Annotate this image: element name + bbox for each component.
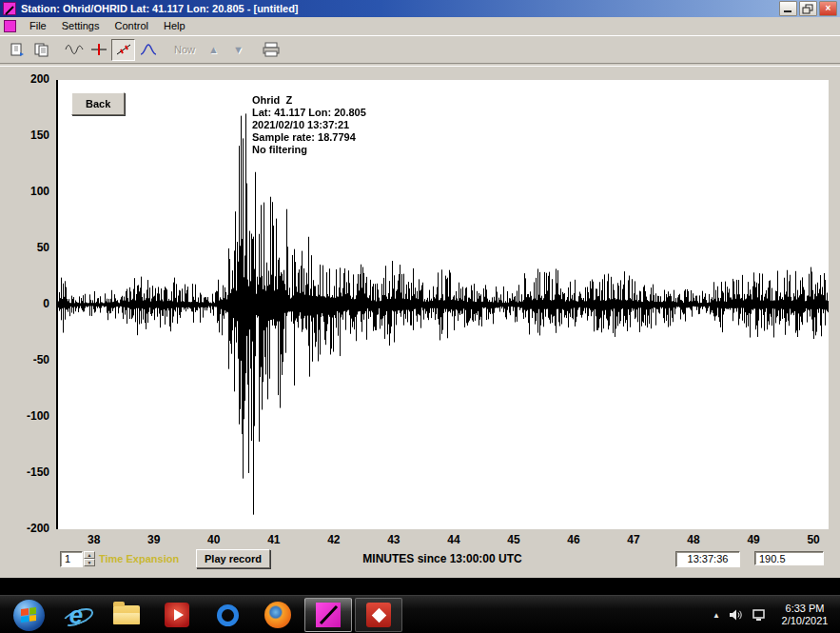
menu-control[interactable]: Control	[107, 17, 155, 35]
x-axis-label: 49	[734, 533, 772, 546]
x-axis-label: 42	[315, 533, 353, 546]
minimize-button[interactable]	[779, 1, 797, 16]
scroll-down-button[interactable]: ▼	[226, 39, 250, 61]
restore-button[interactable]	[799, 1, 817, 16]
menu-file[interactable]: File	[22, 17, 54, 35]
y-axis-label: 0	[6, 297, 49, 310]
taskbar-file-explorer[interactable]	[103, 598, 150, 632]
scroll-up-button[interactable]: ▲	[202, 39, 225, 61]
title-bar: Station: Ohrid/OHRID Lat: 41.117 Lon: 20…	[0, 0, 840, 17]
desktop: Station: Ohrid/OHRID Lat: 41.117 Lon: 20…	[0, 0, 840, 633]
trace-filtering: No filtering	[252, 144, 366, 156]
y-axis-label: -50	[6, 353, 49, 366]
trace-datetime: 2021/02/10 13:37:21	[252, 119, 366, 131]
y-axis-label: 50	[6, 241, 49, 254]
play-record-button[interactable]: Play record	[196, 549, 270, 568]
close-button[interactable]: ×	[819, 1, 837, 16]
open-record-button[interactable]	[5, 39, 29, 61]
x-axis-label: 39	[135, 533, 173, 546]
x-axis-label: 43	[375, 533, 413, 546]
x-axis-label: 48	[674, 533, 713, 546]
show-hidden-icons-button[interactable]: ▲	[713, 611, 720, 620]
menu-help[interactable]: Help	[156, 17, 193, 35]
seismogram-trace[interactable]	[58, 80, 829, 529]
folder-icon	[113, 605, 140, 624]
app-icon[interactable]	[3, 2, 16, 15]
trace-location: Lat: 41.117 Lon: 20.805	[252, 107, 366, 119]
windows-orb-icon	[13, 600, 45, 631]
trace-info: Ohrid Z Lat: 41.117 Lon: 20.805 2021/02/…	[252, 94, 366, 156]
seismogram-plot[interactable]: Ohrid Z Lat: 41.117 Lon: 20.805 2021/02/…	[56, 80, 829, 529]
taskbar: e ▲	[0, 595, 840, 633]
down-arrow-icon: ▼	[233, 44, 244, 55]
menu-bar: File Settings Control Help	[0, 17, 840, 35]
x-axis-label: 46	[555, 533, 593, 546]
time-expansion-input[interactable]: 1	[60, 551, 83, 567]
network-icon[interactable]	[752, 608, 767, 622]
amplitude-field[interactable]: 190.5	[754, 551, 824, 565]
pick-time-tool-button[interactable]	[87, 39, 110, 61]
toolbar-divider	[0, 63, 840, 67]
trace-sample-rate: Sample rate: 18.7794	[252, 131, 366, 144]
x-axis-label: 40	[195, 533, 233, 546]
red-diamond-app-icon	[366, 603, 391, 627]
blue-ring-icon	[217, 604, 239, 626]
bottom-controls: 1 ▲ ▼ Time Expansion Play record MINUTES…	[0, 549, 840, 574]
document-window-icon[interactable]	[4, 20, 16, 32]
now-button[interactable]: Now	[168, 39, 201, 61]
extract-record-button[interactable]	[29, 39, 53, 61]
system-tray: ▲ 6:33 PM 2/10/2021	[713, 596, 834, 633]
time-expansion-decrease-button[interactable]: ▼	[84, 559, 95, 566]
clock-date: 2/10/2021	[775, 615, 834, 627]
taskbar-recorder[interactable]	[204, 598, 251, 632]
app-window: Station: Ohrid/OHRID Lat: 41.117 Lon: 20…	[0, 0, 840, 578]
waveform-view-button[interactable]	[62, 39, 86, 61]
taskbar-firefox[interactable]	[254, 598, 302, 632]
media-player-icon	[165, 603, 189, 627]
back-button[interactable]: Back	[71, 92, 125, 115]
taskbar-clock[interactable]: 6:33 PM 2/10/2021	[775, 603, 834, 627]
internet-explorer-icon: e	[69, 603, 83, 627]
taskbar-media-player[interactable]	[153, 598, 201, 632]
clock-time: 6:33 PM	[775, 603, 834, 615]
trace-title: Ohrid Z	[252, 94, 366, 107]
window-title: Station: Ohrid/OHRID Lat: 41.117 Lon: 20…	[21, 3, 779, 14]
start-button[interactable]	[5, 598, 52, 632]
printer-icon	[263, 42, 280, 57]
menu-settings[interactable]: Settings	[54, 17, 107, 35]
y-axis-label: 150	[6, 129, 49, 142]
x-axis-caption: MINUTES since 13:00:00 UTC	[342, 552, 542, 565]
expand-region-tool-button[interactable]	[111, 39, 135, 61]
y-axis-label: 200	[6, 72, 49, 86]
taskbar-red-app[interactable]	[355, 598, 402, 632]
x-axis-label: 45	[495, 533, 533, 546]
y-axis-label: -100	[6, 409, 49, 423]
y-axis-label: -200	[6, 522, 49, 535]
print-button[interactable]	[259, 39, 283, 61]
filter-tool-button[interactable]	[136, 39, 160, 61]
time-expansion-spinner: 1 ▲ ▼	[60, 551, 95, 567]
toolbar: Now ▲ ▼	[0, 35, 840, 63]
x-axis-label: 50	[794, 533, 832, 546]
taskbar-seismograph-app[interactable]	[304, 598, 352, 632]
x-axis-label: 38	[75, 533, 113, 546]
time-expansion-label: Time Expansion	[99, 553, 179, 564]
event-time-field[interactable]: 13:37:36	[675, 551, 740, 567]
x-axis-label: 44	[435, 533, 473, 546]
x-axis-label: 47	[615, 533, 653, 546]
y-axis-label: -150	[6, 465, 49, 479]
x-axis-label: 41	[255, 533, 293, 546]
time-expansion-increase-button[interactable]: ▲	[84, 551, 95, 559]
seismograph-app-icon	[316, 603, 341, 627]
y-axis-label: 100	[6, 185, 49, 198]
volume-icon[interactable]	[729, 608, 743, 622]
taskbar-internet-explorer[interactable]: e	[52, 598, 100, 632]
firefox-icon	[264, 602, 291, 628]
up-arrow-icon: ▲	[208, 44, 219, 55]
